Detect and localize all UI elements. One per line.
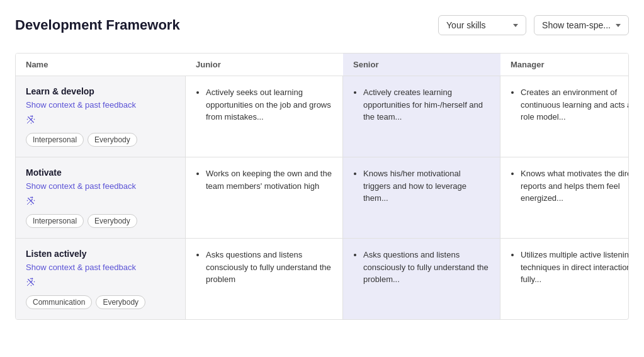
manager-item: Knows what motivates the direct reports …	[521, 167, 629, 205]
junior-cell-0: Actively seeks out learning opportunitie…	[186, 76, 343, 157]
tag-communication: Communication	[26, 295, 92, 309]
manager-item: Creates an environment of continuous lea…	[521, 86, 629, 123]
tags-2: CommunicationEverybody	[26, 295, 175, 309]
show-context-link-2[interactable]: Show context & past feedback	[26, 263, 175, 272]
tag-interpersonal: Interpersonal	[26, 214, 84, 228]
manager-cell-2: Utilizes multiple active listening techn…	[500, 239, 629, 319]
show-context-link-1[interactable]: Show context & past feedback	[26, 181, 175, 191]
chevron-down-icon	[513, 24, 518, 27]
tag-everybody: Everybody	[88, 133, 137, 147]
senior-item: Actively creates learning opportunities …	[363, 86, 490, 123]
tag-everybody: Everybody	[88, 214, 137, 228]
col-header-junior: Junior	[186, 54, 343, 76]
manager-cell-1: Knows what motivates the direct reports …	[500, 157, 629, 238]
junior-cell-2: Asks questions and listens consciously t…	[186, 239, 343, 319]
header: Development Framework Your skills Show t…	[15, 15, 629, 35]
show-team-label: Show team-spe...	[542, 20, 611, 30]
col-header-manager: Manager	[500, 54, 629, 76]
junior-item: Asks questions and listens consciously t…	[206, 249, 332, 286]
your-skills-label: Your skills	[446, 20, 486, 30]
tag-interpersonal: Interpersonal	[26, 133, 84, 147]
tags-0: InterpersonalEverybody	[26, 133, 175, 147]
junior-item: Works on keeping the own and the team me…	[206, 167, 332, 192]
your-skills-dropdown[interactable]: Your skills	[438, 15, 526, 35]
col-header-senior: Senior	[343, 54, 500, 76]
senior-cell-0: Actively creates learning opportunities …	[343, 76, 500, 157]
magic-wand-icon-1	[26, 196, 175, 208]
show-context-link-0[interactable]: Show context & past feedback	[26, 100, 175, 110]
col-header-name: Name	[16, 54, 186, 76]
tags-1: InterpersonalEverybody	[26, 214, 175, 228]
skill-name-0: Learn & develop	[26, 86, 175, 96]
magic-wand-icon-2	[26, 277, 175, 289]
senior-cell-2: Asks questions and listens consciously t…	[343, 239, 500, 319]
chevron-down-icon-2	[616, 24, 621, 27]
junior-cell-1: Works on keeping the own and the team me…	[186, 157, 343, 238]
skill-name-1: Motivate	[26, 167, 175, 178]
table-body: Learn & developShow context & past feedb…	[16, 76, 628, 319]
header-controls: Your skills Show team-spe...	[438, 15, 629, 35]
junior-item: Actively seeks out learning opportunitie…	[206, 86, 332, 123]
page-title: Development Framework	[15, 17, 180, 33]
name-cell-1: MotivateShow context & past feedbackInte…	[16, 157, 186, 238]
name-cell-0: Learn & developShow context & past feedb…	[16, 76, 186, 157]
page-container: Development Framework Your skills Show t…	[0, 0, 644, 357]
tag-everybody: Everybody	[96, 295, 145, 309]
senior-cell-1: Knows his/her motivational triggers and …	[343, 157, 500, 238]
framework-table: Name Junior Senior Manager Learn & devel…	[15, 53, 629, 320]
name-cell-2: Listen activelyShow context & past feedb…	[16, 239, 186, 319]
table-row: MotivateShow context & past feedbackInte…	[16, 157, 628, 239]
show-team-dropdown[interactable]: Show team-spe...	[534, 15, 629, 35]
table-row: Listen activelyShow context & past feedb…	[16, 239, 628, 319]
manager-cell-0: Creates an environment of continuous lea…	[500, 76, 629, 157]
senior-item: Asks questions and listens consciously t…	[363, 249, 490, 286]
manager-item: Utilizes multiple active listening techn…	[521, 249, 629, 286]
skill-name-2: Listen actively	[26, 249, 175, 259]
table-header: Name Junior Senior Manager	[16, 54, 628, 76]
senior-item: Knows his/her motivational triggers and …	[363, 167, 490, 205]
magic-wand-icon-0	[26, 115, 175, 127]
table-row: Learn & developShow context & past feedb…	[16, 76, 628, 157]
